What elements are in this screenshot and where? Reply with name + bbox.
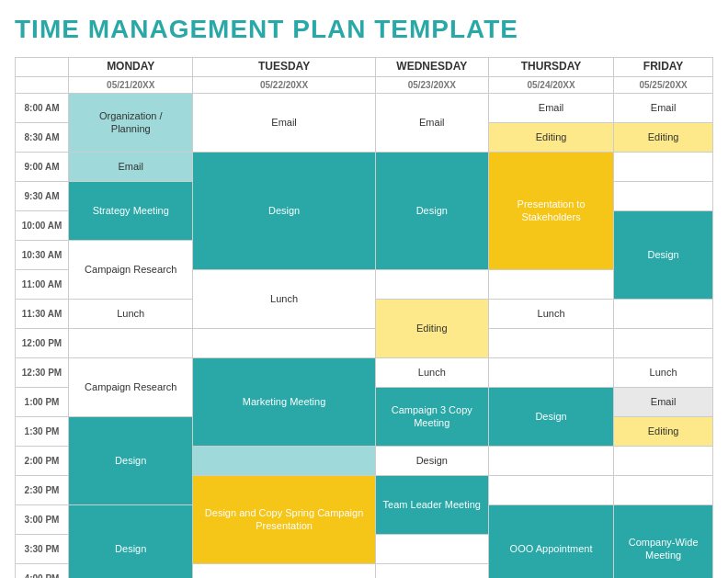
cell-mon-1130: Lunch: [69, 299, 193, 328]
time-date-blank: [16, 76, 69, 93]
cell-fri-100: Email: [614, 387, 713, 416]
time-100: 1:00 PM: [16, 387, 69, 416]
time-1200: 12:00 PM: [16, 328, 69, 357]
cell-mon-300: Design: [69, 504, 193, 578]
time-230: 2:30 PM: [16, 475, 69, 504]
col-header-thu: THURSDAY: [488, 58, 613, 77]
cell-fri-130: Editing: [614, 416, 713, 446]
schedule-table: MONDAY TUESDAY WEDNESDAY THURSDAY FRIDAY…: [15, 57, 713, 578]
cell-fri-1130: [614, 299, 713, 328]
cell-fri-300: Company-Wide Meeting: [614, 504, 713, 578]
cell-fri-1230: Lunch: [614, 357, 713, 387]
time-130: 1:30 PM: [16, 416, 69, 446]
time-1000: 10:00 AM: [16, 210, 69, 240]
cell-wed-900: Design: [375, 152, 488, 269]
date-fri: 05/25/20XX: [614, 76, 713, 93]
cell-tue-1230: Marketing Meeting: [193, 357, 375, 446]
col-header-wed: WEDNESDAY: [375, 58, 488, 77]
cell-wed-800: Email: [375, 93, 488, 152]
cell-tue-1200: [193, 328, 375, 357]
col-header-fri: FRIDAY: [614, 58, 713, 77]
cell-wed-330: [375, 534, 488, 563]
time-1130: 11:30 AM: [16, 299, 69, 328]
cell-thu-1200: [488, 328, 613, 357]
time-300: 3:00 PM: [16, 504, 69, 534]
date-wed: 05/23/20XX: [375, 76, 488, 93]
cell-fri-200: [614, 446, 713, 475]
table-row: 9:00 AM Email Design Design Presentation…: [16, 152, 713, 181]
cell-thu-300: OOO Appointment: [488, 504, 613, 578]
cell-mon-930: Strategy Meeting: [69, 181, 193, 240]
table-row: 12:30 PM Campaign Research Marketing Mee…: [16, 357, 713, 387]
cell-thu-200: [488, 446, 613, 475]
time-900: 9:00 AM: [16, 152, 69, 181]
cell-thu-1130: Lunch: [488, 299, 613, 328]
cell-mon-800: Organization /Planning: [69, 93, 193, 152]
date-thu: 05/24/20XX: [488, 76, 613, 93]
date-mon: 05/21/20XX: [69, 76, 193, 93]
cell-fri-830: Editing: [614, 122, 713, 152]
time-330: 3:30 PM: [16, 534, 69, 563]
cell-thu-100: Design: [488, 387, 613, 446]
cell-thu-800: Email: [488, 93, 613, 122]
cell-thu-830: Editing: [488, 122, 613, 152]
cell-mon-1230: Campaign Research: [69, 357, 193, 416]
cell-tue-230: Design and Copy Spring Campaign Presenta…: [193, 475, 375, 563]
time-1230: 12:30 PM: [16, 357, 69, 387]
time-930: 9:30 AM: [16, 181, 69, 210]
cell-wed-1230: Lunch: [375, 357, 488, 387]
cell-thu-1230: [488, 357, 613, 387]
cell-thu-230: [488, 475, 613, 504]
table-row: 12:00 PM: [16, 328, 713, 357]
cell-fri-230: [614, 475, 713, 504]
cell-fri-1000: Design: [614, 210, 713, 299]
cell-mon-130: Design: [69, 416, 193, 504]
cell-wed-1100: [375, 269, 488, 299]
time-800: 8:00 AM: [16, 93, 69, 122]
cell-mon-900: Email: [69, 152, 193, 181]
time-400: 4:00 PM: [16, 563, 69, 578]
col-header-mon: MONDAY: [69, 58, 193, 77]
cell-mon-1030: Campaign Research: [69, 240, 193, 299]
time-1030: 10:30 AM: [16, 240, 69, 269]
cell-wed-230: Team Leader Meeting: [375, 475, 488, 534]
cell-wed-100: Campaign 3 Copy Meeting: [375, 387, 488, 446]
cell-tue-1100: Lunch: [193, 269, 375, 328]
time-200: 2:00 PM: [16, 446, 69, 475]
cell-fri-930: [614, 181, 713, 210]
table-row: 8:00 AM Organization /Planning Email Ema…: [16, 93, 713, 122]
cell-fri-900: [614, 152, 713, 181]
cell-wed-1130: Editing: [375, 299, 488, 357]
time-1100: 11:00 AM: [16, 269, 69, 299]
cell-mon-1200: [69, 328, 193, 357]
cell-thu-900: Presentation to Stakeholders: [488, 152, 613, 269]
cell-fri-1200: [614, 328, 713, 357]
date-tue: 05/22/20XX: [193, 76, 375, 93]
cell-wed-400: Peer Review: [193, 563, 375, 578]
cell-tue-200: [193, 446, 375, 475]
cell-wed-200: Design: [375, 446, 488, 475]
cell-tue-900: Design: [193, 152, 375, 269]
cell-thu-1100: [488, 269, 613, 299]
page-title: TIME MANAGEMENT PLAN TEMPLATE: [15, 15, 713, 44]
cell-fri-800: Email: [614, 93, 713, 122]
time-830: 8:30 AM: [16, 122, 69, 152]
col-header-tue: TUESDAY: [193, 58, 375, 77]
time-col-header: [16, 58, 69, 77]
cell-tue-800: Email: [193, 93, 375, 152]
